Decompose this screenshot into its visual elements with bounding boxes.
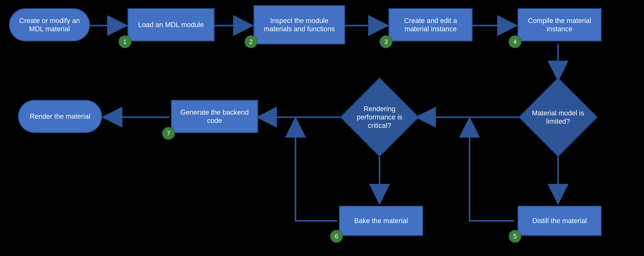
step-1-badge: 1 [118,35,132,48]
start-node: Create or modify an MDL material [9,8,90,41]
step-2-label: Inspect the module materials and functio… [258,17,341,33]
step-7-badge: 7 [162,127,175,140]
decision-limited-label: Material model is limited? [531,109,584,125]
step-2: Inspect the module materials and functio… [254,5,345,44]
step-3-badge: 3 [380,35,392,48]
step-5: Distill the material [518,206,602,236]
step-7-label: Generate the backend code [175,108,254,125]
decision-critical-label: Rendering performance is critical? [353,105,406,130]
step-1-label: Load an MDL module [138,21,204,29]
step-6-badge: 6 [330,230,343,243]
step-6: Bake the material [339,206,423,236]
end-label: Render the material [30,112,90,120]
step-3: Create and edit a material instance [388,8,472,41]
step-6-label: Bake the material [354,217,408,225]
step-7: Generate the backend code [171,100,258,133]
step-4-label: Compile the material instance [522,17,598,33]
step-5-label: Distill the material [532,217,587,225]
step-1: Load an MDL module [128,8,214,41]
decision-critical: Rendering performance is critical? [340,78,418,156]
flowchart-canvas: Create or modify an MDL material Load an… [0,0,644,256]
step-4-badge: 4 [508,35,522,48]
step-5-badge: 5 [508,230,522,243]
start-label: Create or modify an MDL material [13,17,86,33]
step-4: Compile the material instance [518,8,602,41]
step-3-label: Create and edit a material instance [392,17,469,33]
step-2-badge: 2 [244,35,258,48]
end-node: Render the material [18,100,102,133]
decision-limited: Material model is limited? [519,78,597,156]
